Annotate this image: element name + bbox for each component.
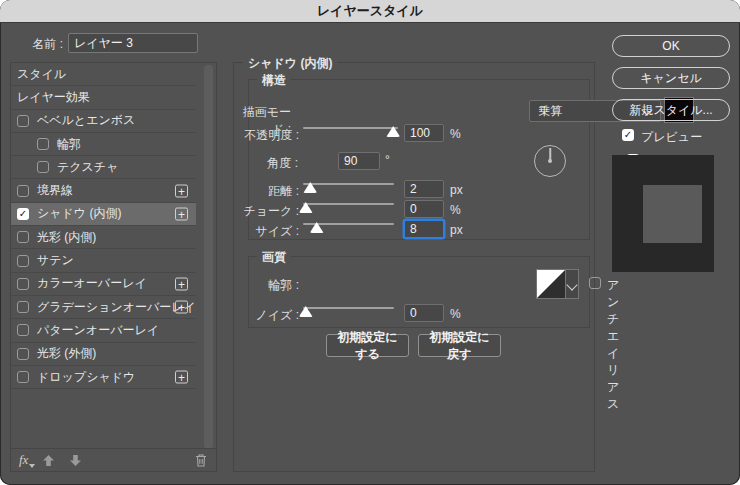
style-enable-checkbox[interactable] — [17, 301, 29, 313]
add-instance-plus-icon[interactable]: + — [175, 184, 188, 197]
delete-effect-trash-icon[interactable] — [194, 453, 208, 468]
contour-label: 輪郭 : — [234, 277, 299, 294]
noise-slider[interactable] — [303, 302, 394, 320]
style-enable-checkbox[interactable] — [17, 115, 29, 127]
layer-style-dialog: レイヤースタイル 名前 : スタイルレイヤー効果ベベルとエンボス輪郭テクスチャ境… — [0, 0, 740, 485]
opacity-slider[interactable] — [303, 122, 398, 140]
style-enable-checkbox[interactable] — [17, 255, 29, 267]
sidebar-item[interactable]: 光彩 (内側) — [11, 226, 196, 249]
dialog-title: レイヤースタイル — [317, 2, 423, 20]
anti-alias-label: アンチエイリアス — [607, 277, 619, 413]
style-enable-checkbox[interactable] — [37, 138, 49, 150]
sidebar-item[interactable]: カラーオーバーレイ+ — [11, 273, 196, 296]
angle-input[interactable] — [338, 152, 380, 170]
sidebar-item[interactable]: ✓シャドウ (内側)+ — [11, 203, 196, 226]
fx-menu-button[interactable]: fx — [19, 452, 28, 468]
preview-inner-square — [643, 185, 702, 243]
opacity-unit: % — [450, 127, 461, 141]
sidebar-item-label: パターンオーバーレイ — [37, 322, 159, 339]
sidebar-item-label: 境界線 — [37, 182, 73, 199]
chevron-down-icon — [566, 279, 577, 290]
cancel-button[interactable]: キャンセル — [612, 67, 730, 89]
size-unit: px — [450, 223, 463, 237]
anti-alias-checkbox[interactable] — [589, 277, 601, 289]
style-enable-checkbox[interactable] — [17, 324, 29, 336]
noise-unit: % — [450, 307, 461, 321]
preview-label: プレビュー — [641, 129, 702, 146]
move-effect-up-icon[interactable] — [42, 454, 55, 467]
opacity-input[interactable] — [404, 124, 444, 142]
layer-name-input[interactable] — [68, 33, 198, 53]
distance-label: 距離 : — [234, 183, 299, 200]
add-instance-plus-icon[interactable]: + — [175, 371, 188, 384]
sidebar-footer: fx — [11, 448, 216, 471]
choke-input[interactable] — [404, 200, 444, 218]
style-list: スタイルレイヤー効果ベベルとエンボス輪郭テクスチャ境界線+✓シャドウ (内側)+… — [11, 63, 216, 389]
angle-label: 角度 : — [234, 155, 298, 172]
distance-slider[interactable] — [303, 178, 394, 196]
choke-label: チョーク : — [234, 203, 299, 220]
sidebar-item[interactable]: 境界線+ — [11, 179, 196, 202]
sidebar-item[interactable]: グラデーションオーバーレイ+ — [11, 296, 196, 319]
opacity-label: 不透明度 : — [234, 127, 299, 144]
choke-unit: % — [450, 203, 461, 217]
blend-mode-value: 乗算 — [538, 103, 562, 120]
style-enable-checkbox[interactable] — [17, 371, 29, 383]
angle-dial[interactable] — [534, 145, 566, 177]
sidebar-item[interactable]: ベベルとエンボス — [11, 110, 196, 133]
style-enable-checkbox[interactable] — [17, 231, 29, 243]
fx-menu-triangle-icon — [29, 464, 35, 468]
slider-track — [303, 307, 394, 309]
layer-name-label: 名前 : — [0, 36, 63, 53]
slider-track — [303, 183, 394, 185]
sidebar-item[interactable]: ドロップシャドウ+ — [11, 366, 196, 389]
sidebar-item-label: 光彩 (内側) — [37, 229, 96, 246]
sidebar-item[interactable]: サテン — [11, 249, 196, 272]
structure-legend: 構造 — [257, 72, 291, 89]
contour-preview[interactable] — [536, 269, 566, 299]
distance-input[interactable] — [404, 180, 444, 198]
sidebar-item[interactable]: テクスチャ — [11, 156, 196, 179]
style-enable-checkbox[interactable] — [37, 161, 49, 173]
sidebar-item-label: 光彩 (外側) — [37, 345, 96, 362]
add-instance-plus-icon[interactable]: + — [175, 301, 188, 314]
effect-preview-thumbnail — [612, 155, 714, 272]
reset-default-button[interactable]: 初期設定に戻す — [418, 334, 501, 357]
sidebar-item-label: スタイル — [17, 66, 66, 83]
angle-unit: ° — [385, 153, 390, 167]
contour-picker-button[interactable] — [566, 269, 579, 299]
make-default-button[interactable]: 初期設定にする — [326, 334, 409, 357]
style-enable-checkbox[interactable] — [17, 185, 29, 197]
add-instance-plus-icon[interactable]: + — [175, 277, 188, 290]
sidebar-item-label: サテン — [37, 252, 74, 269]
move-effect-down-icon[interactable] — [69, 454, 82, 467]
style-enable-checkbox[interactable] — [17, 348, 29, 360]
size-input[interactable] — [404, 220, 444, 238]
sidebar-item-label: 輪郭 — [57, 136, 81, 153]
style-enable-checkbox[interactable]: ✓ — [17, 208, 29, 220]
panel-title: シャドウ (内側) — [243, 55, 337, 72]
size-slider[interactable] — [303, 218, 394, 236]
fx-label: fx — [19, 452, 28, 467]
sidebar-item[interactable]: スタイル — [11, 63, 196, 86]
sidebar-item[interactable]: 光彩 (外側) — [11, 343, 196, 366]
noise-input[interactable] — [404, 304, 444, 322]
dialog-titlebar[interactable]: レイヤースタイル — [0, 0, 740, 23]
sidebar-item-label: シャドウ (内側) — [37, 205, 121, 222]
slider-track — [303, 203, 394, 205]
sidebar-item[interactable]: 輪郭 — [11, 133, 196, 156]
style-enable-checkbox[interactable] — [17, 278, 29, 290]
noise-label: ノイズ : — [234, 307, 299, 324]
contour-curve-icon — [537, 270, 565, 298]
new-style-button[interactable]: 新規スタイル... — [612, 99, 730, 121]
sidebar-item[interactable]: レイヤー効果 — [11, 86, 196, 109]
ok-button[interactable]: OK — [612, 35, 730, 57]
preview-checkbox[interactable]: ✓ — [622, 129, 634, 141]
sidebar-scrollbar[interactable] — [204, 65, 213, 449]
screen: レイヤースタイル 名前 : スタイルレイヤー効果ベベルとエンボス輪郭テクスチャ境… — [0, 0, 740, 485]
slider-track — [303, 127, 398, 129]
sidebar-item-label: グラデーションオーバーレイ — [37, 299, 196, 316]
sidebar-item[interactable]: パターンオーバーレイ — [11, 319, 196, 342]
add-instance-plus-icon[interactable]: + — [175, 207, 188, 220]
choke-slider[interactable] — [303, 198, 394, 216]
